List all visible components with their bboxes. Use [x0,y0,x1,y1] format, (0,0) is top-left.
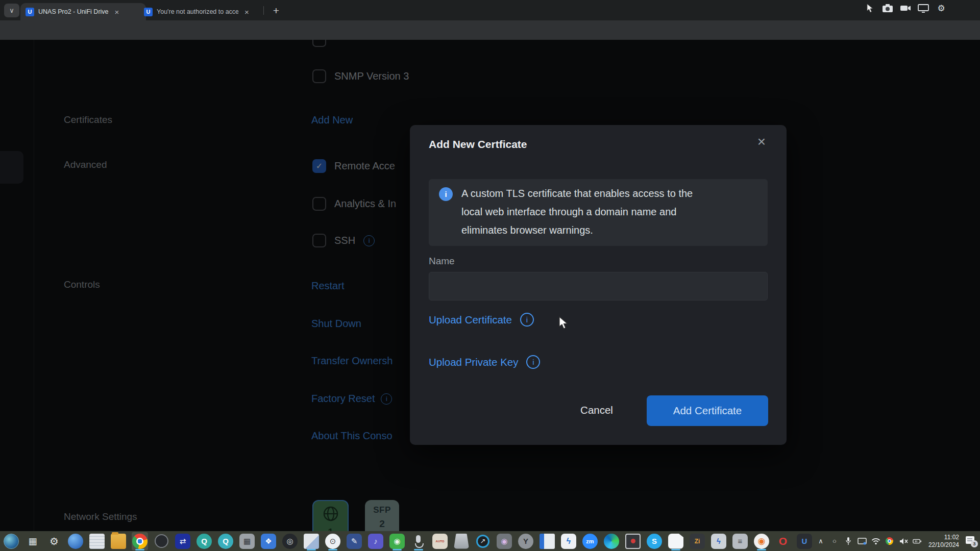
camera-icon[interactable] [881,2,894,14]
app-grid-icon[interactable]: ▦ [239,532,255,550]
unifi-favicon: U [144,8,153,16]
upload-certificate-label: Upload Certificate [429,314,512,326]
settings-gear-icon[interactable]: ⚙ [46,532,62,550]
volume-muted-icon[interactable] [899,536,908,546]
notepad-icon[interactable] [89,532,105,550]
media-disc-icon[interactable] [153,532,169,550]
notification-center-icon[interactable]: 3 [966,536,977,547]
tab-not-authorized[interactable]: U You're not authorized to access × [139,3,268,20]
taskbar: ▦⚙⇄QQ▦❖◎⊙✎♪◉AUTO↗◉YϟzmSZiϟ≡◉OU ∧ ○ [0,531,980,551]
display-icon[interactable] [917,2,929,14]
add-certificate-button[interactable]: Add Certificate [647,395,768,426]
video-camera-icon[interactable] [899,2,912,14]
opera-icon[interactable]: O [775,532,791,550]
edge-icon[interactable] [603,532,620,550]
start-button[interactable] [3,532,19,550]
tray-ring-icon[interactable]: ○ [830,536,839,546]
name-label: Name [429,256,455,267]
power-battery-icon[interactable] [913,536,922,546]
tab-close-icon[interactable]: × [244,8,249,16]
recorder-overlay-toolbar: ⚙ [864,1,947,15]
upload-private-key-info-icon[interactable]: i [526,355,540,369]
system-tray: ∧ ○ 11:02 22/ [816,531,977,551]
photos-viewer-icon[interactable] [303,532,320,550]
settings-page: SNMP Version 3 Certificates Add New Adva… [0,40,980,531]
mouse-cursor [558,316,569,332]
screen: ∨ U UNAS Pro2 - UniFi Drive × U You're n… [0,0,980,551]
chart-app-icon[interactable]: ↗ [475,532,491,550]
tab-close-icon[interactable]: × [115,8,119,16]
gear-icon[interactable]: ⚙ [935,2,947,14]
add-certificate-modal: Add New Certficate × i A custom TLS cert… [410,125,787,445]
browser-toolbar: ← → ↻ unifi.ui.com/consoles/D8B3708BEC7B… [0,20,980,40]
notification-badge: 3 [971,540,978,547]
teamviewer-icon[interactable]: ⇄ [175,532,191,550]
window-tiles-icon[interactable]: ❖ [260,532,277,550]
clock-app-icon[interactable]: Y [518,532,534,550]
cancel-button[interactable]: Cancel [571,403,622,418]
disk-utility-icon[interactable] [453,532,470,550]
openvpn-icon[interactable]: ◉ [753,532,770,550]
music-app-icon[interactable]: ♪ [368,532,384,550]
upload-private-key-label: Upload Private Key [429,356,518,368]
upload-certificate-info-icon[interactable]: i [520,313,534,327]
remote-pc-icon[interactable]: ϟ [710,532,727,550]
unifi-app-icon[interactable]: U [796,532,813,550]
reader-app-icon[interactable] [539,532,555,550]
task-view-icon[interactable]: ▦ [24,532,41,550]
info-text: A custom TLS certificate that enables ac… [461,184,757,239]
window-menu-chevron-icon[interactable]: ∨ [4,4,19,17]
tray-clock[interactable]: 11:02 22/10/2024 [926,534,961,548]
camera-app-icon[interactable]: ◉ [496,532,512,550]
modal-title: Add New Certficate [429,138,527,151]
satellite-tracker-icon[interactable]: ⊙ [325,532,341,550]
auto-tool-icon[interactable]: AUTO [432,532,448,550]
libreoffice-icon[interactable] [668,532,684,550]
skype-icon[interactable]: S [646,532,663,550]
tray-date: 22/10/2024 [928,541,959,549]
microphone-app-icon[interactable] [410,532,427,550]
pointer-icon[interactable] [864,2,876,14]
file-explorer-icon[interactable] [110,532,127,550]
photo-editor-icon[interactable]: ✎ [346,532,362,550]
upload-private-key-link[interactable]: Upload Private Key i [429,355,540,369]
tray-microphone-icon[interactable] [844,536,853,546]
tab-title: You're not authorized to access [157,8,238,15]
zoom-app-icon[interactable]: zm [582,532,598,550]
thunderbolt-icon[interactable]: ϟ [560,532,577,550]
tray-time: 11:02 [928,534,959,541]
info-banner: i A custom TLS certificate that enables … [429,179,768,246]
tab-unifi-drive[interactable]: U UNAS Pro2 - UniFi Drive × [20,3,146,20]
screen-capture-icon[interactable] [625,532,641,550]
browser-tab-bar: ∨ U UNAS Pro2 - UniFi Drive × U You're n… [0,0,980,20]
audio-analyzer-icon[interactable]: ≡ [732,532,748,550]
tray-chrome-icon[interactable] [885,536,894,546]
unifi-favicon: U [26,8,34,16]
screen-recorder-icon[interactable]: ◉ [389,532,405,550]
info-filled-icon: i [439,187,453,201]
chrome-icon[interactable] [132,532,148,550]
close-icon[interactable]: × [754,134,769,149]
tab-title: UNAS Pro2 - UniFi Drive [38,8,109,15]
quicklook-icon[interactable]: Q [196,532,212,550]
taskbar-apps: ▦⚙⇄QQ▦❖◎⊙✎♪◉AUTO↗◉YϟzmSZiϟ≡◉OU [3,532,813,550]
tab-separator [263,6,264,15]
obs-icon[interactable]: ◎ [282,532,298,550]
upload-certificate-link[interactable]: Upload Certificate i [429,313,534,327]
wifi-icon[interactable] [871,536,880,546]
tray-cast-icon[interactable] [857,536,867,546]
tray-chevron-icon[interactable]: ∧ [816,536,825,546]
new-tab-button[interactable]: + [268,3,284,18]
qtranslate-icon[interactable]: Q [217,532,234,550]
name-input[interactable] [429,272,768,300]
zi-app-icon[interactable]: Zi [689,532,705,550]
update-globe-icon[interactable] [67,532,84,550]
